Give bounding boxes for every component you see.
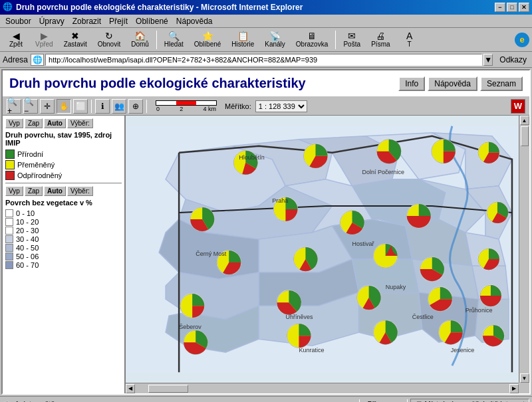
legend-vybyr-1[interactable]: Výběr: bbox=[67, 118, 93, 128]
scroll-right-button[interactable]: ▶ bbox=[509, 384, 519, 393]
menu-help[interactable]: Nápověda bbox=[172, 15, 217, 27]
menu-go[interactable]: Přejít bbox=[105, 15, 132, 27]
channels-label: Kanály bbox=[265, 41, 285, 48]
fullscreen-label: Obrazovka bbox=[296, 41, 328, 48]
legend-item-premeneny: Přeměněný bbox=[5, 160, 122, 169]
back-button[interactable]: ◀ Zpět bbox=[3, 29, 29, 50]
pan-cross-button[interactable]: ✛ bbox=[40, 99, 55, 114]
scroll-thumb-h[interactable] bbox=[148, 385, 188, 393]
address-input[interactable] bbox=[45, 54, 482, 66]
legend-section1-title: Druh povrchu, stav 1995, zdroj IMIP bbox=[5, 131, 122, 147]
scroll-thumb-v[interactable] bbox=[521, 126, 529, 146]
help-button[interactable]: Nápověda bbox=[428, 76, 477, 91]
scroll-left-button[interactable]: ◀ bbox=[126, 384, 135, 393]
legend-vybyr-2[interactable]: Výběr: bbox=[67, 186, 93, 196]
font-button[interactable]: A T bbox=[396, 29, 423, 50]
mail-button[interactable]: ✉ Pošta bbox=[338, 29, 365, 50]
forward-label: Vpřed bbox=[35, 41, 53, 48]
status-applet-section: ☕ Aplet spuštěn. bbox=[3, 399, 356, 402]
menu-favorites[interactable]: Oblíbené bbox=[132, 15, 172, 27]
menu-view[interactable]: Zobrazit bbox=[68, 15, 105, 27]
stop-button[interactable]: ✖ Zastavit bbox=[59, 29, 92, 50]
map-toolbar: 🔍+ 🔍− ✛ ✋ ⬜ ℹ 👥 ⊕ 0 2 4 km Měřítko bbox=[3, 97, 529, 116]
map-svg: Hloubětín Dolní Počernice Praha Černý Mo… bbox=[126, 116, 519, 383]
horizontal-scrollbar[interactable]: ◀ ▶ bbox=[126, 383, 519, 393]
scale-seg-1 bbox=[176, 101, 196, 105]
status-bar: ☕ Aplet spuštěn. Připraven 🖥 Místní zóna… bbox=[0, 396, 532, 402]
title-bar: 🌐 Druh povrchu podle ekologické charakte… bbox=[0, 0, 532, 15]
crosshair-button[interactable]: ⊕ bbox=[128, 99, 143, 114]
channels-button[interactable]: 📡 Kanály bbox=[260, 29, 290, 50]
legend-check-item-5: 50 - 06 bbox=[5, 252, 122, 260]
list-button[interactable]: Seznam bbox=[480, 76, 523, 91]
maximize-button[interactable]: □ bbox=[507, 3, 517, 12]
zoom-out-button[interactable]: 🔍− bbox=[23, 99, 38, 114]
history-button[interactable]: 📋 Historie bbox=[227, 29, 259, 50]
menu-edit[interactable]: Úpravy bbox=[35, 15, 68, 27]
stop-icon: ✖ bbox=[71, 31, 79, 41]
toolbar-separator-2 bbox=[335, 31, 336, 49]
status-ready-text: Připraven bbox=[362, 400, 404, 403]
pie-chart-5 bbox=[478, 142, 499, 163]
legend-check-1 bbox=[5, 218, 13, 226]
legend-auto-2[interactable]: Auto bbox=[44, 186, 66, 196]
legend-section1-controls: Vyp Zap Auto Výběr: bbox=[5, 118, 122, 128]
address-bar: Adresa 🌐 ▼ Odkazy bbox=[0, 52, 532, 68]
pie-chart-2 bbox=[303, 144, 327, 168]
zoom-rect-button[interactable]: ⬜ bbox=[73, 99, 88, 114]
info-button[interactable]: Info bbox=[398, 76, 425, 91]
scroll-down-button[interactable]: ▼ bbox=[520, 373, 529, 383]
legend-check-label-3: 30 - 40 bbox=[16, 235, 39, 243]
scale-label-4: 4 km bbox=[203, 106, 216, 112]
print-button[interactable]: 🖨 Písma bbox=[366, 29, 394, 50]
pie-chart-4 bbox=[432, 140, 456, 163]
print-label: Písma bbox=[371, 41, 390, 48]
minimize-button[interactable]: − bbox=[495, 3, 505, 12]
back-icon: ◀ bbox=[13, 31, 20, 41]
page-title: Druh povrchu podle ekologické charakteri… bbox=[9, 76, 306, 91]
refresh-icon: ↻ bbox=[105, 31, 113, 41]
zone-text: Místní zóna vnitřní sítě intranet bbox=[425, 400, 525, 403]
legend-vyp-2[interactable]: Vyp bbox=[5, 186, 23, 196]
applet-icon: ☕ bbox=[3, 399, 12, 402]
search-button[interactable]: 🔍 Hledat bbox=[160, 29, 188, 50]
svg-text:Černý Most: Černý Most bbox=[196, 251, 227, 257]
zone-icon: 🖥 bbox=[415, 400, 422, 403]
scroll-track-v bbox=[521, 125, 529, 373]
menu-file[interactable]: Soubor bbox=[1, 15, 35, 27]
pie-chart-16 bbox=[180, 294, 204, 318]
legend-check-item-2: 20 - 30 bbox=[5, 227, 122, 235]
legend-zap-2[interactable]: Zap bbox=[25, 186, 43, 196]
pie-chart-19 bbox=[428, 287, 452, 311]
w-button[interactable]: W bbox=[511, 99, 525, 114]
mail-icon: ✉ bbox=[348, 31, 356, 41]
legend-check-label-1: 10 - 20 bbox=[16, 218, 39, 226]
address-go-button[interactable]: ▼ bbox=[483, 54, 493, 66]
window-controls: − □ ✕ bbox=[495, 3, 529, 12]
legend-check-6 bbox=[5, 261, 13, 269]
links-button[interactable]: Odkazy bbox=[497, 54, 529, 65]
window-title: Druh povrchu podle ekologické charakteri… bbox=[16, 3, 495, 12]
status-zone: 🖥 Místní zóna vnitřní sítě intranet bbox=[410, 399, 529, 403]
legend-vyp-1[interactable]: Vyp bbox=[5, 118, 23, 128]
favorites-button[interactable]: ⭐ Oblíbené bbox=[190, 29, 226, 50]
pan-hand-button[interactable]: ✋ bbox=[57, 99, 71, 114]
forward-button[interactable]: ▶ Vpřed bbox=[31, 29, 58, 50]
measure-button[interactable]: 👥 bbox=[112, 99, 126, 114]
legend-zap-1[interactable]: Zap bbox=[25, 118, 43, 128]
pie-chart-18 bbox=[357, 286, 381, 310]
zoom-in-button[interactable]: 🔍+ bbox=[7, 99, 21, 114]
vertical-scrollbar[interactable]: ▲ ▼ bbox=[519, 116, 529, 383]
legend-check-5 bbox=[5, 252, 13, 260]
close-button[interactable]: ✕ bbox=[519, 3, 529, 12]
scroll-up-button[interactable]: ▲ bbox=[520, 116, 529, 125]
legend-label-prirodni: Přírodní bbox=[17, 150, 43, 158]
fullscreen-button[interactable]: 🖥 Obrazovka bbox=[291, 29, 332, 50]
scale-select[interactable]: 1 : 128 339 bbox=[255, 100, 307, 112]
info-tool-button[interactable]: ℹ bbox=[95, 99, 110, 114]
refresh-button[interactable]: ↻ Obnovit bbox=[93, 29, 125, 50]
legend-auto-1[interactable]: Auto bbox=[44, 118, 66, 128]
home-button[interactable]: 🏠 Domů bbox=[126, 29, 154, 50]
scale-seg-0 bbox=[156, 101, 176, 105]
map-area[interactable]: Hloubětín Dolní Počernice Praha Černý Mo… bbox=[126, 116, 529, 393]
